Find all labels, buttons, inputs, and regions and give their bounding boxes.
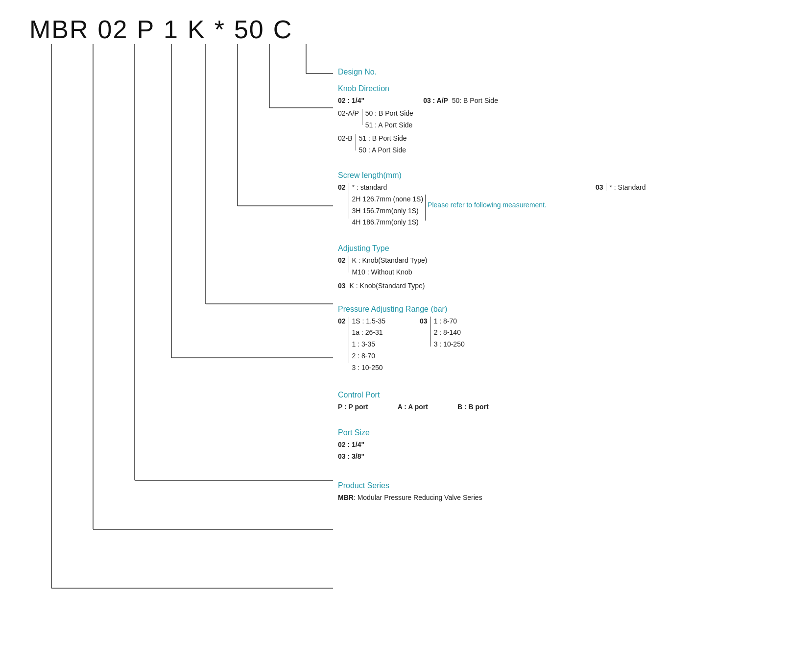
model-part-1: 1 (164, 15, 179, 44)
model-part-02: 02 (98, 15, 128, 44)
screw-note: Please refer to following measurement. (428, 194, 547, 211)
pressure-02-1a: 1a : 26-31 (352, 327, 386, 339)
pressure-03-1: 1 : 8-70 (434, 316, 465, 327)
design-no-title: Design No. (338, 68, 792, 76)
knob-02ap-51: 51 : A Port Side (365, 120, 413, 131)
model-part-p: P (137, 15, 155, 44)
screw-03-label: 03 (596, 182, 603, 194)
pressure-03-label: 03 (420, 316, 428, 327)
pressure-03-3: 3 : 10-250 (434, 339, 465, 350)
adjusting-type-title: Adjusting Type (338, 244, 792, 253)
port-size-02: 02 : 1/4" (338, 441, 364, 448)
product-series-mbr-desc: : Modular Pressure Reducing Valve Series (354, 494, 482, 501)
knob-03-value: 50: B Port Side (452, 97, 498, 104)
screw-length-title: Screw length(mm) (338, 171, 792, 180)
product-series-mbr-label: MBR (338, 494, 354, 501)
knob-02ap-50: 50 : B Port Side (365, 108, 413, 120)
screw-02-3h: 3H 156.7mm(only 1S) (352, 205, 424, 217)
knob-02b-51: 51 : B Port Side (359, 133, 407, 145)
pressure-02-label: 02 (338, 316, 346, 327)
model-code-display: MBR 02 P 1 K * 50 C (20, 15, 792, 44)
screw-02-2h: 2H 126.7mm (none 1S) (352, 194, 424, 205)
pressure-02-3: 3 : 10-250 (352, 362, 386, 374)
model-part-mbr: MBR (29, 15, 89, 44)
control-b: B : B port (457, 403, 489, 411)
pressure-02-1: 1 : 3-35 (352, 339, 386, 350)
screw-03-standard: * : Standard (609, 182, 645, 194)
pressure-02-2: 2 : 8-70 (352, 350, 386, 362)
screw-02-standard: * : standard (352, 182, 547, 194)
model-part-c: C (273, 15, 293, 44)
pressure-title: Pressure Adjusting Range (bar) (338, 305, 792, 314)
knob-02-label: 02 : 1/4" (338, 97, 364, 104)
knob-03-label: 03 : A/P (423, 97, 448, 104)
adj-02-label: 02 (338, 255, 346, 267)
adj-02-m10: M10 : Without Knob (352, 267, 428, 278)
product-series-title: Product Series (338, 481, 792, 490)
model-part-star: * (215, 15, 225, 44)
knob-02b-label: 02-B (338, 133, 353, 145)
knob-02b-50: 50 : A Port Side (359, 145, 407, 156)
control-port-title: Control Port (338, 391, 792, 399)
port-size-title: Port Size (338, 428, 792, 437)
adj-03-label: 03 (338, 280, 346, 292)
screw-02-4h: 4H 186.7mm(only 1S) (352, 217, 424, 228)
adj-02-k: K : Knob(Standard Type) (352, 255, 428, 267)
pressure-03-2: 2 : 8-140 (434, 327, 465, 339)
control-p: P : P port (338, 403, 368, 411)
screw-02-label: 02 (338, 182, 346, 194)
model-part-50: 50 (234, 15, 264, 44)
pressure-02-1s: 1S : 1.5-35 (352, 316, 386, 327)
knob-02ap-label: 02-A/P (338, 108, 359, 120)
model-part-k: K (188, 15, 206, 44)
control-a: A : A port (398, 403, 428, 411)
knob-direction-title: Knob Direction (338, 84, 792, 93)
adj-03-k: K : Knob(Standard Type) (350, 280, 425, 292)
port-size-03: 03 : 3/8" (338, 452, 364, 460)
